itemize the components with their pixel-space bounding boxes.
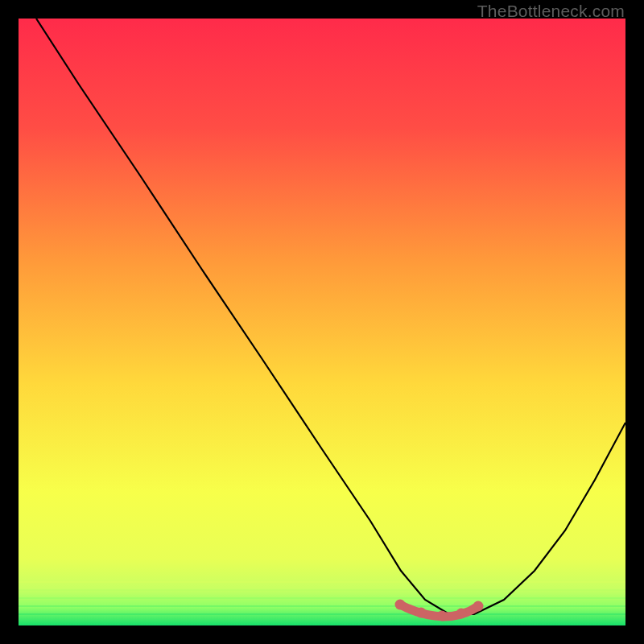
svg-point-8 [456,609,467,619]
svg-point-9 [473,601,484,612]
svg-point-6 [416,608,427,618]
chart-frame [19,19,625,625]
svg-point-7 [437,611,448,621]
gradient-background [19,19,625,625]
bottleneck-chart [19,19,625,625]
svg-point-5 [395,600,406,610]
watermark-text: TheBottleneck.com [477,2,625,21]
